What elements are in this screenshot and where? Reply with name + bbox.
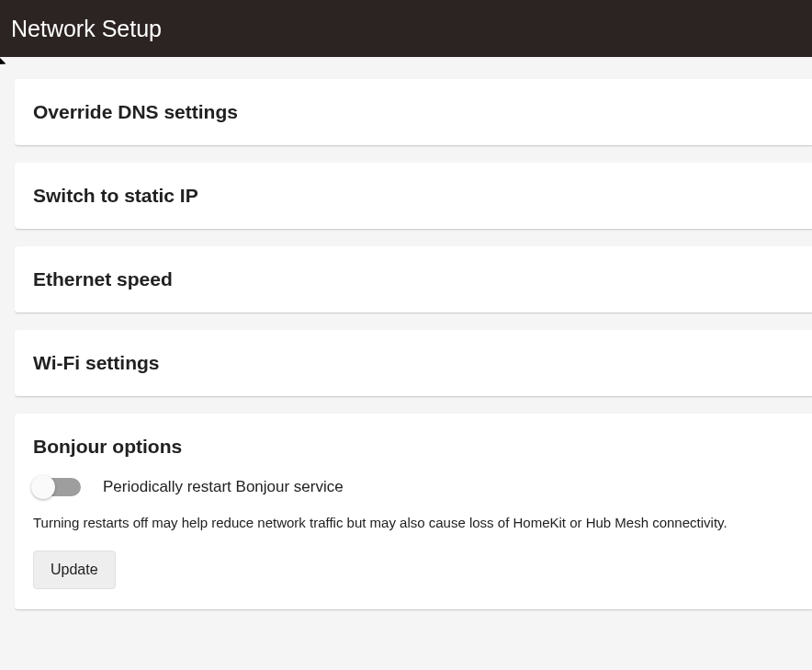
bonjour-title: Bonjour options — [33, 436, 794, 458]
page-title: Network Setup — [11, 16, 162, 42]
card-bonjour-options: Bonjour options Periodically restart Bon… — [15, 414, 812, 610]
page-header: Network Setup — [0, 0, 812, 57]
card-override-dns[interactable]: Override DNS settings — [15, 79, 812, 146]
card-ethernet-speed[interactable]: Ethernet speed — [15, 246, 812, 313]
card-static-ip[interactable]: Switch to static IP — [15, 163, 812, 230]
bonjour-toggle-row: Periodically restart Bonjour service — [33, 478, 794, 496]
card-ethernet-speed-title: Ethernet speed — [15, 246, 812, 312]
card-static-ip-title: Switch to static IP — [15, 163, 812, 229]
card-wifi-settings-title: Wi-Fi settings — [15, 330, 812, 396]
bonjour-restart-toggle[interactable] — [33, 478, 81, 496]
content-area: Override DNS settings Switch to static I… — [0, 79, 812, 610]
card-wifi-settings[interactable]: Wi-Fi settings — [15, 330, 812, 397]
bonjour-help-text: Turning restarts off may help reduce net… — [33, 513, 794, 532]
bonjour-toggle-label: Periodically restart Bonjour service — [103, 478, 344, 496]
header-arrow-indicator — [0, 56, 6, 68]
update-button[interactable]: Update — [33, 551, 116, 589]
toggle-thumb — [31, 475, 55, 499]
card-override-dns-title: Override DNS settings — [15, 79, 812, 145]
